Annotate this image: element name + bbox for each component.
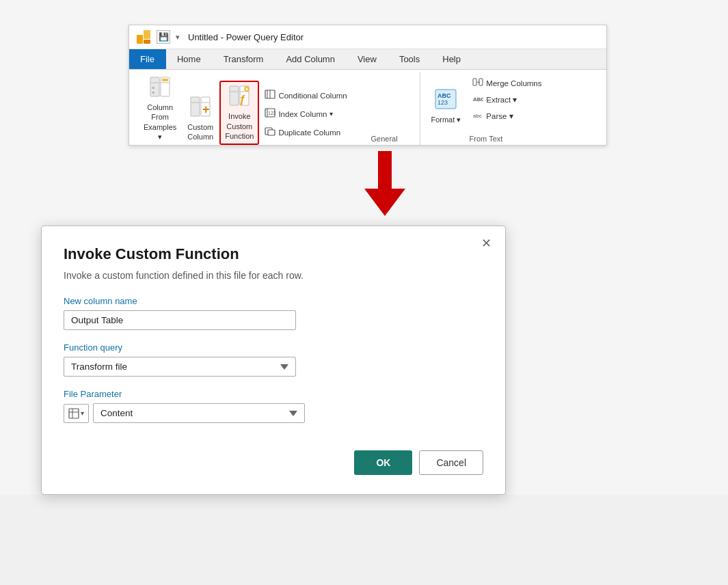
function-query-select[interactable]: Transform file [64, 357, 296, 377]
svg-rect-15 [230, 86, 239, 105]
title-bar: 💾 ▾ Untitled - Power Query Editor [129, 25, 606, 49]
svg-text:+: + [202, 103, 210, 116]
conditional-column-button[interactable]: Conditional Column [260, 87, 351, 104]
function-query-label: Function query [64, 342, 483, 353]
tab-file[interactable]: File [129, 49, 166, 69]
app-icon [136, 29, 151, 44]
custom-column-section: + CustomColumn [183, 92, 218, 146]
file-parameter-icon-button[interactable]: ▾ [64, 404, 89, 423]
save-button[interactable]: 💾 [157, 30, 170, 44]
table-icon [68, 408, 79, 419]
extract-label: Extract ▾ [486, 95, 517, 105]
svg-rect-29 [268, 130, 275, 135]
custom-column-button[interactable]: + CustomColumn [183, 92, 218, 146]
tab-help[interactable]: Help [431, 49, 472, 69]
extract-icon: ABC [472, 95, 483, 105]
dialog-subtitle: Invoke a custom function defined in this… [64, 270, 483, 281]
file-parameter-row: ▾ Content [64, 403, 483, 423]
arrow-indicator [41, 151, 728, 216]
format-button[interactable]: ABC 123 Format ▾ [426, 83, 466, 128]
dialog-title: Invoke Custom Function [64, 245, 483, 263]
svg-text:ABC: ABC [437, 92, 451, 99]
parse-label: Parse ▾ [486, 111, 513, 121]
general-right-buttons: Conditional Column 123 Index Column [260, 87, 351, 145]
column-from-examples-button[interactable]: ≡ ≡ Column FromExamples ▾ [139, 72, 181, 145]
save-icon: 💾 [159, 32, 169, 42]
svg-text:✦: ✦ [245, 87, 249, 92]
from-text-group: ABC 123 Format ▾ [420, 75, 551, 145]
from-text-group-label: From Text [426, 133, 545, 145]
svg-text:+: + [477, 79, 481, 85]
extract-button[interactable]: ABC Extract ▾ [468, 92, 545, 107]
new-column-name-input[interactable] [64, 310, 296, 330]
format-label: Format ▾ [431, 115, 461, 124]
merge-columns-icon: + [472, 78, 483, 88]
column-from-examples-icon: ≡ ≡ [149, 76, 171, 101]
parse-icon: abc [472, 111, 483, 121]
cancel-button[interactable]: Cancel [419, 450, 483, 475]
merge-columns-button[interactable]: + Merge Columns [468, 75, 545, 91]
tab-add-column[interactable]: Add Column [275, 49, 347, 69]
svg-text:123: 123 [268, 111, 275, 115]
general-group-label: General [354, 133, 415, 145]
file-parameter-select[interactable]: Content [93, 403, 305, 423]
file-parameter-label: File Parameter [64, 389, 483, 399]
file-parameter-dropdown-arrow: ▾ [81, 409, 84, 417]
svg-text:ABC: ABC [473, 96, 483, 103]
custom-column-label: CustomColumn [187, 122, 213, 142]
svg-text:≡: ≡ [152, 85, 154, 90]
invoke-custom-function-section: ƒ ✦ Invoke CustomFunction [219, 81, 259, 145]
ok-button[interactable]: OK [354, 450, 412, 475]
dialog-footer: OK Cancel [64, 450, 483, 475]
index-column-label: Index Column [278, 110, 327, 118]
new-column-name-label: New column name [64, 296, 483, 306]
column-from-examples-section: ≡ ≡ Column FromExamples ▾ [139, 72, 181, 145]
index-column-dropdown-icon: ▾ [329, 110, 333, 118]
conditional-column-label: Conditional Column [278, 92, 347, 100]
index-column-icon: 123 [265, 108, 275, 120]
tab-view[interactable]: View [347, 49, 388, 69]
svg-rect-38 [69, 409, 79, 418]
svg-rect-0 [137, 35, 143, 44]
svg-text:abc: abc [473, 113, 482, 119]
column-from-examples-label: Column FromExamples ▾ [144, 103, 176, 141]
svg-text:123: 123 [437, 99, 448, 106]
from-text-right-buttons: + Merge Columns ABC Extract ▾ [468, 75, 545, 128]
parse-button[interactable]: abc Parse ▾ [468, 109, 545, 124]
invoke-custom-function-icon: ƒ ✦ [228, 85, 250, 110]
tab-transform[interactable]: Transform [213, 49, 275, 69]
svg-rect-2 [144, 40, 150, 44]
general-group: ≡ ≡ Column FromExamples ▾ [133, 72, 420, 145]
tab-home[interactable]: Home [166, 49, 213, 69]
title-bar-dropdown[interactable]: ▾ [176, 33, 180, 42]
duplicate-column-icon [265, 126, 275, 138]
tab-tools[interactable]: Tools [388, 49, 431, 69]
dialog-close-button[interactable]: ✕ [477, 234, 496, 252]
tab-bar: File Home Transform Add Column View Tool… [129, 49, 606, 70]
invoke-custom-function-dialog: ✕ Invoke Custom Function Invoke a custom… [41, 226, 506, 495]
ribbon-content: ≡ ≡ Column FromExamples ▾ [129, 70, 606, 145]
invoke-custom-function-label: Invoke CustomFunction [225, 111, 254, 141]
svg-rect-1 [144, 30, 150, 39]
merge-columns-label: Merge Columns [486, 79, 541, 87]
invoke-custom-function-button[interactable]: ƒ ✦ Invoke CustomFunction [219, 81, 259, 145]
conditional-column-icon [265, 90, 275, 101]
duplicate-column-button[interactable]: Duplicate Column [260, 124, 351, 141]
index-column-button[interactable]: 123 Index Column ▾ [260, 105, 351, 122]
app-title: Untitled - Power Query Editor [188, 32, 304, 42]
format-section: ABC 123 Format ▾ [426, 83, 466, 128]
svg-rect-10 [191, 97, 200, 116]
svg-text:ƒ: ƒ [239, 94, 245, 105]
svg-rect-33 [473, 79, 476, 85]
svg-rect-7 [162, 79, 168, 81]
svg-text:≡: ≡ [152, 90, 154, 95]
format-icon: ABC 123 [433, 87, 458, 113]
custom-column-icon: + [189, 96, 211, 121]
duplicate-column-label: Duplicate Column [278, 128, 340, 137]
